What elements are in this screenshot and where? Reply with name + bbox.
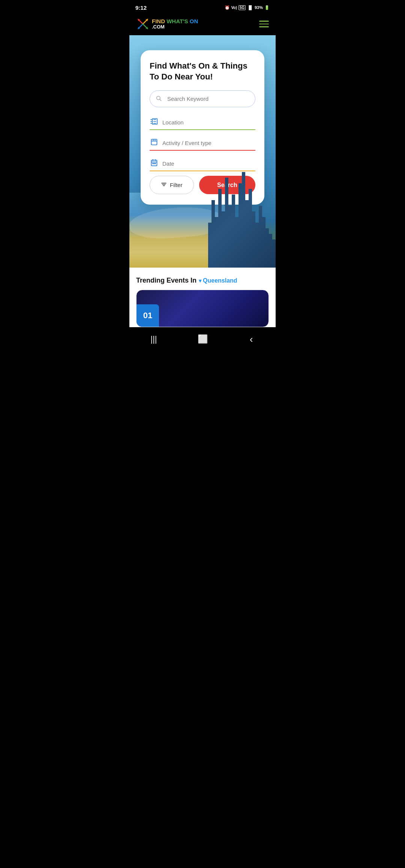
logo-find: FIND	[152, 18, 165, 24]
location-icon	[150, 118, 159, 127]
hamburger-line-2	[259, 24, 269, 25]
svg-point-22	[153, 163, 153, 164]
voip-icon: Vo)	[231, 6, 237, 10]
trending-chevron-icon: ▾	[199, 278, 201, 284]
status-bar: 9:12 ⏰ Vo) 5G ▐▌ 93% 🔋	[129, 0, 276, 13]
status-icons: ⏰ Vo) 5G ▐▌ 93% 🔋	[225, 5, 270, 10]
svg-point-23	[154, 163, 154, 164]
activity-field-row	[150, 135, 255, 151]
logo-text: FIND WHAT'S ON .COM	[152, 18, 198, 30]
trending-title: Trending Events In	[136, 277, 196, 284]
search-button[interactable]: Search	[199, 176, 256, 194]
date-field-row	[150, 155, 255, 171]
status-time: 9:12	[135, 4, 147, 11]
svg-rect-14	[152, 139, 157, 145]
search-title: Find What's On & Things To Do Near You!	[150, 61, 255, 82]
event-date-badge: 01	[136, 304, 159, 327]
event-card-preview[interactable]: 01	[136, 290, 269, 327]
search-keyword-wrapper	[150, 90, 255, 107]
search-keyword-icon	[156, 95, 162, 103]
alarm-icon: ⏰	[225, 5, 230, 10]
filter-button[interactable]: Filter	[150, 176, 194, 194]
logo-icon	[136, 17, 150, 31]
home-icon: ⬜	[198, 334, 208, 344]
bottom-nav-recent[interactable]: |||	[146, 332, 161, 347]
activity-input[interactable]	[162, 140, 255, 146]
svg-point-24	[155, 163, 156, 164]
filter-icon	[161, 181, 167, 189]
hamburger-line-3	[259, 26, 269, 27]
svg-line-9	[160, 99, 161, 101]
activity-icon	[150, 138, 159, 148]
trending-location-label: Queensland	[203, 277, 237, 284]
trending-location-button[interactable]: ▾ Queensland	[199, 277, 237, 284]
location-field-row	[150, 114, 255, 130]
battery-label: 93%	[255, 5, 263, 10]
search-card: Find What's On & Things To Do Near You!	[141, 50, 264, 205]
search-button-label: Search	[217, 182, 237, 188]
search-keyword-input[interactable]	[150, 90, 255, 107]
logo[interactable]: FIND WHAT'S ON .COM	[136, 17, 198, 31]
hamburger-menu-button[interactable]	[259, 21, 269, 27]
date-icon	[150, 159, 159, 168]
logo-top-line: FIND WHAT'S ON	[152, 18, 198, 25]
fiveg-icon: 5G	[238, 5, 246, 10]
header: FIND WHAT'S ON .COM	[129, 13, 276, 35]
filter-button-label: Filter	[170, 182, 182, 188]
below-hero-section: Trending Events In ▾ Queensland 01	[129, 268, 276, 327]
buttons-row: Filter Search	[150, 176, 255, 194]
bottom-navigation: ||| ⬜ ‹	[129, 327, 276, 353]
back-icon: ‹	[250, 334, 253, 345]
trending-header: Trending Events In ▾ Queensland	[136, 277, 269, 284]
bottom-nav-home[interactable]: ⬜	[195, 332, 210, 347]
date-input[interactable]	[162, 160, 255, 167]
hamburger-line-1	[259, 21, 269, 22]
logo-on: ON	[190, 18, 198, 24]
logo-whats: WHAT'S	[166, 18, 188, 24]
logo-domain: .COM	[152, 24, 198, 30]
hero-section: Find What's On & Things To Do Near You!	[129, 35, 276, 268]
location-input[interactable]	[162, 119, 255, 126]
signal-icon: ▐▌	[247, 5, 253, 10]
bottom-nav-back[interactable]: ‹	[244, 332, 259, 347]
battery-icon: 🔋	[264, 5, 270, 10]
recent-windows-icon: |||	[150, 334, 157, 344]
